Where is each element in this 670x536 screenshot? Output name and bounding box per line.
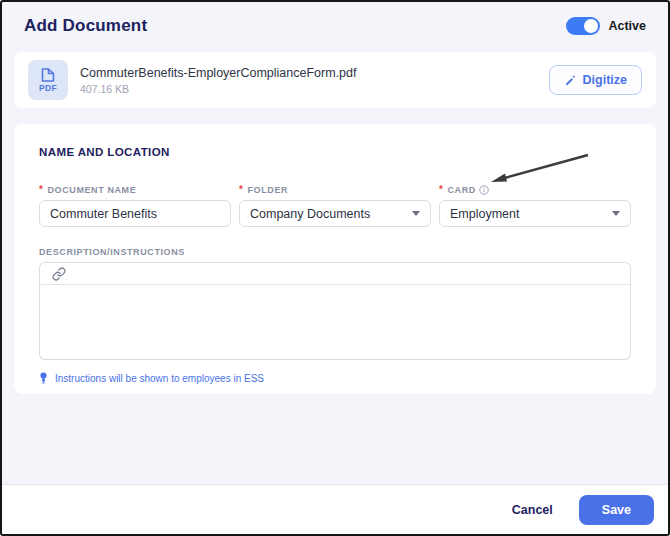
folder-label: * Folder (239, 184, 431, 195)
editor-toolbar (39, 262, 631, 285)
name-location-card: NAME AND LOCATION * Document Name * Fold… (14, 124, 656, 394)
cancel-button[interactable]: Cancel (512, 503, 553, 517)
card-select[interactable]: Employment (439, 200, 631, 227)
document-name-label: * Document Name (39, 184, 231, 195)
chevron-down-icon (612, 211, 620, 216)
required-asterisk: * (239, 184, 244, 195)
digitize-button[interactable]: Digitize (549, 65, 642, 95)
required-asterisk: * (39, 184, 44, 195)
folder-select-value: Company Documents (250, 207, 370, 221)
file-size: 407.16 KB (80, 83, 549, 95)
uploaded-file-card: PDF CommuterBenefits-EmployerComplianceF… (14, 52, 656, 108)
card-field-group: * Card Employment (439, 184, 631, 227)
file-name: CommuterBenefits-EmployerComplianceForm.… (80, 66, 549, 80)
ess-hint: Instructions will be shown to employees … (39, 372, 631, 384)
ess-hint-text: Instructions will be shown to employees … (55, 373, 264, 384)
folder-select[interactable]: Company Documents (239, 200, 431, 227)
fields-row: * Document Name * Folder Company Documen… (39, 184, 631, 227)
document-name-input[interactable] (39, 200, 231, 227)
active-toggle-group: Active (566, 17, 646, 35)
pdf-file-icon: PDF (28, 60, 68, 100)
card-select-value: Employment (450, 207, 519, 221)
description-block: Description/Instructions Instructions wi (39, 247, 631, 384)
toggle-knob-icon (584, 19, 598, 33)
active-toggle[interactable] (566, 17, 600, 35)
section-title: NAME AND LOCATION (39, 146, 631, 158)
page-title: Add Document (24, 16, 147, 36)
description-label: Description/Instructions (39, 247, 631, 257)
add-document-modal: Add Document Active PDF CommuterBenefits… (0, 0, 670, 536)
modal-header: Add Document Active (2, 2, 668, 50)
description-textarea[interactable] (39, 285, 631, 360)
folder-field-group: * Folder Company Documents (239, 184, 431, 227)
lightbulb-icon (39, 372, 48, 384)
card-label: * Card (439, 184, 631, 195)
save-button[interactable]: Save (579, 495, 654, 525)
info-icon[interactable] (479, 185, 489, 195)
required-asterisk: * (439, 184, 444, 195)
active-toggle-label: Active (608, 19, 646, 33)
file-meta: CommuterBenefits-EmployerComplianceForm.… (80, 66, 549, 95)
document-name-field-group: * Document Name (39, 184, 231, 227)
digitize-button-label: Digitize (583, 73, 627, 87)
link-icon[interactable] (50, 265, 68, 283)
pdf-icon-label: PDF (39, 83, 57, 93)
modal-footer: Cancel Save (2, 484, 668, 534)
magic-pen-icon (564, 74, 577, 87)
chevron-down-icon (412, 211, 420, 216)
